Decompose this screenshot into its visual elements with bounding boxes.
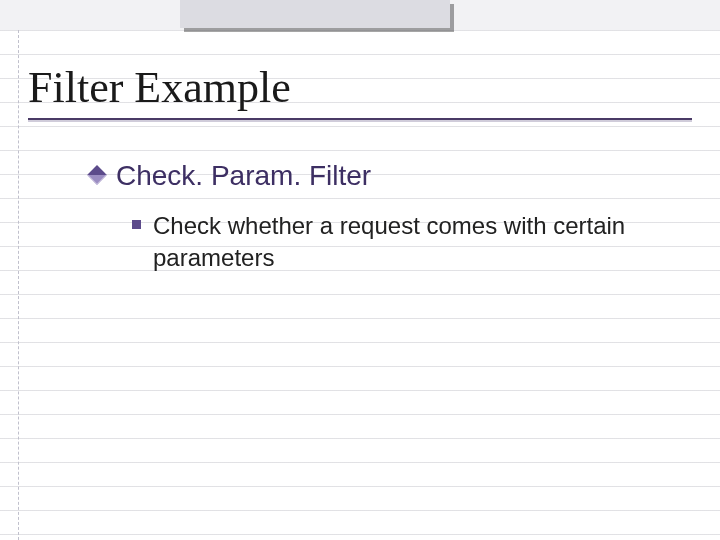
notebook-margin-line xyxy=(18,30,19,540)
bullet-2-text: Check whether a request comes with certa… xyxy=(153,210,640,275)
diamond-bullet-icon xyxy=(87,165,107,185)
square-bullet-icon xyxy=(132,220,141,229)
slide-title: Filter Example xyxy=(28,62,692,119)
bullet-level-2: Check whether a request comes with certa… xyxy=(132,210,640,275)
bullet-level-1: Check. Param. Filter xyxy=(90,160,660,192)
bullet-1-text: Check. Param. Filter xyxy=(116,160,371,192)
decorative-tab xyxy=(180,0,450,28)
title-underline xyxy=(28,118,692,120)
